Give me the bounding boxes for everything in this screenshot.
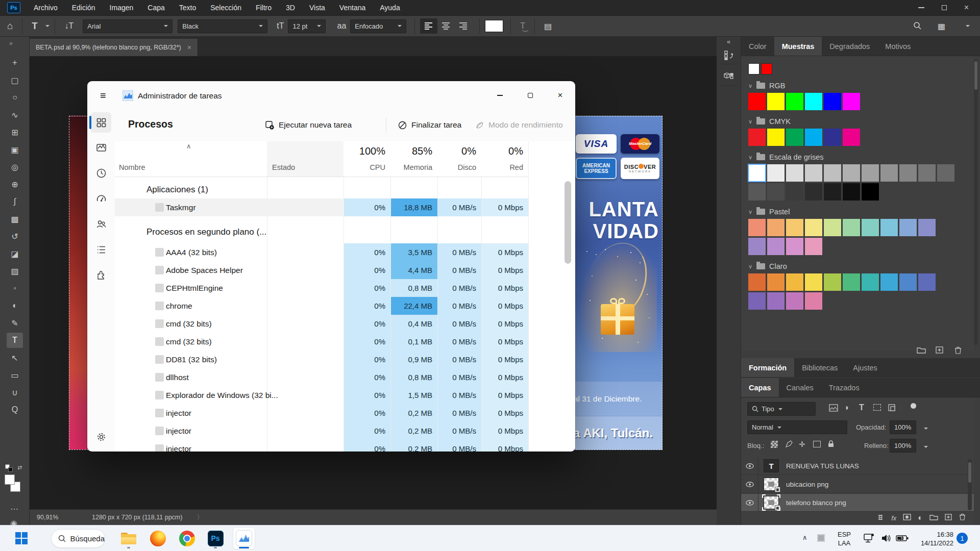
document-tab[interactable]: BETA.psd al 90,9% (telefono blanco png, … — [30, 39, 198, 56]
filter-adjustment-layers-icon[interactable]: ◑ — [844, 403, 849, 412]
process-row-injector[interactable]: injector0%0,2 MB0 MB/s0 Mbps — [115, 422, 575, 440]
color-swatch[interactable] — [862, 164, 879, 182]
menu-3d[interactable]: 3D — [279, 0, 302, 15]
color-swatch[interactable] — [748, 164, 766, 182]
color-swatch[interactable] — [767, 164, 785, 182]
pen-tool[interactable]: ✎ — [7, 315, 23, 331]
process-row-cmd-32-bits-[interactable]: cmd (32 bits)0%0,1 MB0 MB/s0 Mbps — [115, 333, 575, 350]
sidebar-item-processes[interactable] — [96, 117, 107, 128]
document-image-right-fragment[interactable]: VISA MasterCard AMERICAN EXPRESS DISCVER… — [566, 116, 663, 450]
notification-badge[interactable]: 1 — [957, 533, 968, 544]
color-swatch[interactable] — [937, 164, 954, 182]
color-swatch[interactable] — [767, 238, 785, 255]
hand-tool[interactable]: ∪ — [7, 385, 23, 400]
swap-colors-icon[interactable]: ⇄ — [17, 464, 22, 471]
color-swatch[interactable] — [880, 164, 898, 182]
history-brush-tool[interactable]: ↺ — [7, 229, 23, 244]
color-swatch[interactable] — [862, 183, 879, 201]
tray-app-icon[interactable] — [817, 534, 825, 542]
color-swatch[interactable] — [899, 164, 917, 182]
filter-toggle-icon[interactable] — [911, 403, 916, 409]
current-color-swatch[interactable] — [761, 63, 772, 74]
close-icon[interactable]: × — [545, 84, 575, 107]
color-swatch[interactable] — [786, 93, 803, 110]
battery-icon[interactable] — [896, 535, 909, 544]
filter-image-layers-icon[interactable] — [829, 404, 838, 414]
color-swatch[interactable] — [805, 273, 822, 291]
chevron-down-icon[interactable] — [966, 25, 970, 29]
column-net[interactable]: Red — [509, 163, 523, 171]
menu-ayuda[interactable]: Ayuda — [373, 0, 407, 15]
font-style-select[interactable]: Black — [178, 19, 267, 33]
color-swatch[interactable] — [843, 164, 860, 182]
tab-degradados[interactable]: Degradados — [822, 37, 877, 56]
close-tab-icon[interactable]: × — [187, 43, 191, 52]
lock-artboard-icon[interactable] — [813, 441, 821, 447]
hamburger-menu-icon[interactable]: ≡ — [100, 90, 106, 102]
align-left-button[interactable] — [420, 18, 437, 34]
volume-icon[interactable] — [881, 534, 891, 545]
color-swatch[interactable] — [918, 273, 936, 291]
toggle-panels-icon[interactable]: ▤ — [544, 21, 552, 31]
menu-edici-n[interactable]: Edición — [65, 0, 103, 15]
collapse-toolbar-icon[interactable]: » — [9, 40, 13, 47]
taskbar-app-photoshop[interactable]: Ps — [205, 528, 226, 549]
new-layer-icon[interactable] — [945, 513, 952, 522]
tab-muestras[interactable]: Muestras — [774, 37, 822, 56]
frame-tool[interactable]: ▣ — [7, 142, 23, 157]
current-color-swatch[interactable] — [748, 63, 760, 74]
home-icon[interactable]: ⌂ — [7, 20, 13, 32]
tab-motivos[interactable]: Motivos — [877, 37, 918, 56]
clock[interactable]: 16:3814/11/2022 — [914, 531, 953, 548]
delete-layer-icon[interactable] — [959, 513, 966, 522]
color-swatch[interactable] — [862, 273, 879, 291]
filter-shape-layers-icon[interactable] — [873, 404, 881, 411]
gradient-tool[interactable]: ▨ — [7, 263, 23, 279]
dodge-tool[interactable]: ◐ — [7, 298, 23, 313]
color-swatch[interactable] — [805, 292, 822, 310]
menu-ventana[interactable]: Ventana — [332, 0, 373, 15]
opacity-scrubber-icon[interactable] — [924, 428, 928, 432]
taskbar-app-chrome[interactable] — [176, 528, 198, 549]
sidebar-item-services[interactable] — [96, 269, 107, 280]
eyedropper-tool[interactable]: ◎ — [7, 159, 23, 174]
layer-row-renueva-tus-lunas[interactable]: TRENUEVA TUS LUNAS — [741, 457, 974, 475]
layer-thumbnail[interactable]: ▣ — [764, 478, 779, 491]
quick-selection-tool[interactable]: ∿ — [7, 107, 23, 122]
fill-scrubber-icon[interactable] — [924, 446, 928, 450]
search-icon[interactable] — [913, 21, 921, 31]
layer-mask-icon[interactable] — [903, 513, 911, 522]
color-swatch[interactable] — [748, 238, 766, 255]
sidebar-item-settings[interactable] — [96, 432, 107, 442]
color-swatch[interactable] — [786, 129, 803, 146]
swatch-group-pastel[interactable]: ∨Pastel — [748, 208, 974, 216]
collapse-panels-icon[interactable]: « — [717, 38, 741, 45]
color-swatch[interactable] — [899, 273, 917, 291]
minimize-icon[interactable] — [918, 7, 924, 8]
tab-bibliotecas[interactable]: Bibliotecas — [794, 358, 845, 377]
crop-tool[interactable]: ⊞ — [7, 124, 23, 140]
sidebar-item-startup-apps[interactable] — [96, 193, 107, 204]
fill-input[interactable]: 100% — [890, 439, 916, 453]
color-swatch[interactable] — [880, 273, 898, 291]
color-swatch[interactable] — [748, 219, 766, 236]
column-cpu[interactable]: CPU — [370, 163, 385, 171]
new-group-icon[interactable] — [929, 513, 938, 522]
tm-titlebar[interactable]: ≡ Administrador de tareas × — [87, 81, 575, 110]
network-icon[interactable] — [864, 533, 875, 545]
color-swatch[interactable] — [767, 273, 785, 291]
new-swatch-icon[interactable] — [933, 344, 946, 356]
color-swatch[interactable] — [824, 129, 841, 146]
process-row-dd81-32-bits-[interactable]: DD81 (32 bits)0%0,9 MB0 MB/s0 Mbps — [115, 350, 575, 368]
color-swatch[interactable] — [843, 183, 860, 201]
swatch-group-escala-de-grises[interactable]: ∨Escala de grises — [748, 153, 974, 161]
taskbar-app-task-manager[interactable] — [233, 528, 255, 549]
color-swatch[interactable] — [824, 273, 841, 291]
taskbar-app-explorer[interactable] — [118, 528, 139, 549]
column-memory[interactable]: Memoria — [404, 163, 432, 171]
run-new-task-button[interactable]: Ejecutar nueva tarea — [265, 120, 352, 130]
tab-trazados[interactable]: Trazados — [821, 378, 867, 397]
lock-transparency-icon[interactable] — [771, 441, 778, 448]
menu-archivo[interactable]: Archivo — [27, 0, 65, 15]
color-swatch[interactable] — [786, 183, 803, 201]
